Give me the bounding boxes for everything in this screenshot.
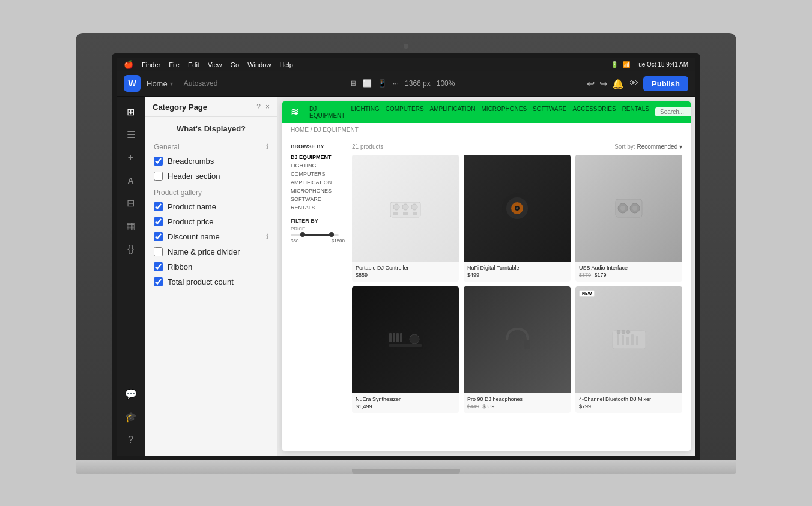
products-header: 21 products Sort by: Recommended ▾ xyxy=(352,143,682,150)
svg-rect-5 xyxy=(403,212,408,215)
desktop-icon[interactable]: 🖥 xyxy=(350,79,357,88)
ribbon-checkbox[interactable] xyxy=(154,262,163,271)
store-search-input[interactable] xyxy=(655,107,691,116)
check-breadcrumbs: Breadcrumbs xyxy=(145,154,277,169)
sidebar-icon-pages[interactable]: ☰ xyxy=(121,125,141,145)
svg-point-33 xyxy=(622,330,625,334)
product-card-2[interactable]: NuFi Digital Turntable $499 xyxy=(464,155,571,282)
product-card-5[interactable]: Pro 90 DJ headphones $449 $339 xyxy=(464,286,571,413)
svg-rect-25 xyxy=(524,340,530,349)
nav-computers[interactable]: COMPUTERS xyxy=(386,106,424,119)
product-price-5: $449 $339 xyxy=(467,403,567,409)
nav-amplification[interactable]: AMPLIFICATION xyxy=(430,106,476,119)
product-card-4[interactable]: NuEra Synthesizer $1,499 xyxy=(352,286,459,413)
finder-menu[interactable]: Finder xyxy=(142,61,160,68)
sort-by-value: Recommended xyxy=(637,143,677,150)
nav-accessories[interactable]: ACCESSORIES xyxy=(572,106,616,119)
svg-rect-19 xyxy=(393,333,395,342)
filter-by-label: FILTER BY xyxy=(291,218,345,224)
mobile-icon[interactable]: 📱 xyxy=(378,79,387,88)
product-card-3[interactable]: USB Audio Interface $379 $179 xyxy=(575,155,682,282)
price-new-5: $339 xyxy=(483,403,495,409)
browse-rentals[interactable]: RENTALS xyxy=(291,203,345,212)
check-discount-name: Discount name ℹ xyxy=(145,229,277,244)
tablet-icon[interactable]: ⬜ xyxy=(363,79,372,88)
file-menu[interactable]: File xyxy=(169,61,180,68)
sidebar-icon-help[interactable]: ? xyxy=(121,430,141,450)
svg-rect-30 xyxy=(631,334,634,345)
sidebar-icon-add[interactable]: + xyxy=(121,148,141,167)
discount-name-checkbox[interactable] xyxy=(154,232,163,241)
sidebar-icon-text[interactable]: A xyxy=(121,171,141,190)
product-card-6[interactable]: NEW xyxy=(575,286,682,413)
nav-dropdown-arrow[interactable]: ▾ xyxy=(170,80,173,87)
toolbar-right: ↩ ↪ 🔔 👁 Publish xyxy=(587,76,688,91)
app-logo: W xyxy=(124,75,141,92)
price-labels: $50 $1500 xyxy=(291,238,345,244)
battery-icon: 🔋 xyxy=(611,61,618,68)
browse-amplification[interactable]: AMPLIFICATION xyxy=(291,178,345,187)
browse-software[interactable]: SOFTWARE xyxy=(291,195,345,203)
browse-microphones[interactable]: MICROPHONES xyxy=(291,187,345,195)
go-menu[interactable]: Go xyxy=(231,61,240,68)
breadcrumbs-checkbox[interactable] xyxy=(154,157,163,166)
panel-help-icon[interactable]: ? xyxy=(256,103,261,111)
nav-microphones[interactable]: MICROPHONES xyxy=(482,106,527,119)
sidebar-icon-chat[interactable]: 💬 xyxy=(121,385,141,404)
browse-computers[interactable]: COMPUTERS xyxy=(291,170,345,178)
laptop-shell: 🍎 Finder File Edit View Go Window Help 🔋… xyxy=(76,33,736,474)
autosaved-label: Autosaved xyxy=(184,79,218,88)
total-product-count-checkbox[interactable] xyxy=(154,277,163,286)
svg-point-3 xyxy=(411,204,417,210)
store-nav: ≋ DJ EQUIPMENT LIGHTING COMPUTERS AMPLIF… xyxy=(282,101,691,123)
header-section-checkbox[interactable] xyxy=(154,172,163,181)
price-range-slider[interactable] xyxy=(291,234,339,236)
price-old-5: $449 xyxy=(467,403,479,409)
check-ribbon: Ribbon xyxy=(145,259,277,274)
discount-name-label: Discount name xyxy=(168,232,220,241)
notifications-icon[interactable]: 🔔 xyxy=(612,78,624,89)
toolbar-nav[interactable]: Home ▾ xyxy=(147,79,173,88)
svg-rect-23 xyxy=(389,344,422,347)
sidebar-icon-layers[interactable]: ⊞ xyxy=(121,103,141,122)
svg-point-11 xyxy=(516,207,518,209)
help-menu[interactable]: Help xyxy=(279,61,293,68)
sidebar-icon-support[interactable]: 🎓 xyxy=(121,408,141,427)
product-name-checkbox[interactable] xyxy=(154,202,163,211)
breadcrumbs-label: Breadcrumbs xyxy=(168,157,214,166)
publish-button[interactable]: Publish xyxy=(643,76,688,91)
nav-home-label[interactable]: Home xyxy=(147,79,168,88)
browse-lighting[interactable]: LIGHTING xyxy=(291,161,345,170)
whats-displayed-panel: Category Page ? × What's Displayed? Gene… xyxy=(145,97,277,456)
sidebar-icon-table[interactable]: ▦ xyxy=(121,217,141,236)
panel-title: Category Page xyxy=(153,103,207,112)
view-menu[interactable]: View xyxy=(208,61,222,68)
price-filter-label: PRICE xyxy=(291,226,345,232)
more-icon[interactable]: ··· xyxy=(393,79,399,88)
edit-menu[interactable]: Edit xyxy=(188,61,199,68)
nav-software[interactable]: SOFTWARE xyxy=(533,106,566,119)
window-menu[interactable]: Window xyxy=(247,61,271,68)
nav-rentals[interactable]: RENTALS xyxy=(622,106,649,119)
sort-by-control[interactable]: Sort by: Recommended ▾ xyxy=(614,143,682,150)
svg-point-32 xyxy=(617,330,620,334)
product-price-checkbox[interactable] xyxy=(154,217,163,226)
preview-icon[interactable]: 👁 xyxy=(629,78,638,89)
product-card-1[interactable]: Portable DJ Controller $859 xyxy=(352,155,459,282)
product-info-2: NuFi Digital Turntable $499 xyxy=(464,262,571,282)
undo-icon[interactable]: ↩ xyxy=(587,78,595,89)
laptop-bottom xyxy=(76,460,736,474)
nav-dj-equipment[interactable]: DJ EQUIPMENT xyxy=(309,106,345,119)
browse-dj-equipment[interactable]: DJ EQUIPMENT xyxy=(291,153,345,161)
nav-lighting[interactable]: LIGHTING xyxy=(351,106,379,119)
svg-point-34 xyxy=(626,330,630,334)
store-logo: ≋ xyxy=(291,106,298,118)
svg-rect-24 xyxy=(504,340,511,349)
panel-close-icon[interactable]: × xyxy=(265,103,270,111)
sidebar-icon-code[interactable]: {} xyxy=(121,239,141,259)
product-info-1: Portable DJ Controller $859 xyxy=(352,262,459,282)
zoom-label[interactable]: 100% xyxy=(437,79,455,88)
name-price-divider-checkbox[interactable] xyxy=(154,247,163,256)
redo-icon[interactable]: ↪ xyxy=(599,78,607,89)
sidebar-icon-components[interactable]: ⊟ xyxy=(121,194,141,213)
